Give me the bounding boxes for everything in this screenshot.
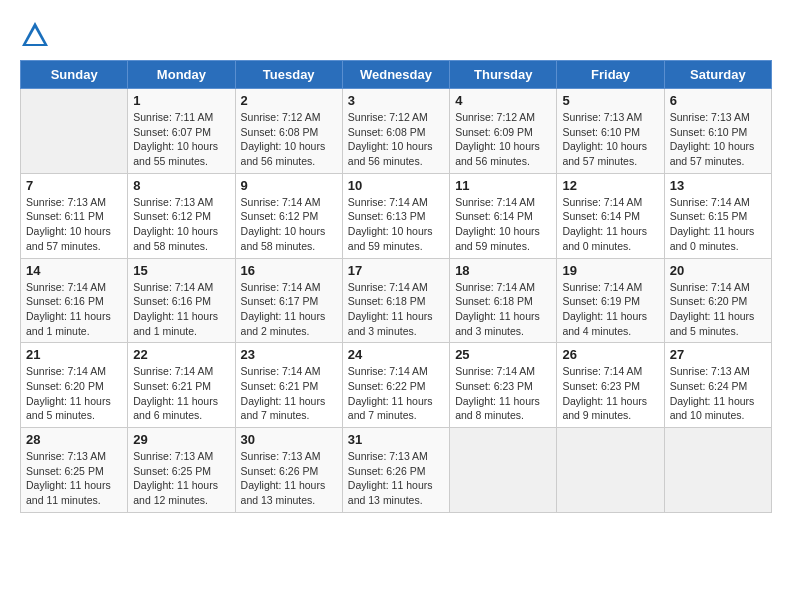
logo [20,20,52,50]
calendar-week-row: 28 Sunrise: 7:13 AM Sunset: 6:25 PM Dayl… [21,428,772,513]
weekday-wednesday: Wednesday [342,61,449,89]
sunset-text: Sunset: 6:15 PM [670,210,748,222]
sunset-text: Sunset: 6:16 PM [26,295,104,307]
calendar-day-cell: 27 Sunrise: 7:13 AM Sunset: 6:24 PM Dayl… [664,343,771,428]
day-number: 16 [241,263,337,278]
calendar-day-cell: 1 Sunrise: 7:11 AM Sunset: 6:07 PM Dayli… [128,89,235,174]
sunset-text: Sunset: 6:11 PM [26,210,104,222]
sunset-text: Sunset: 6:20 PM [670,295,748,307]
calendar-day-cell [557,428,664,513]
daylight-text: Daylight: 11 hours and 1 minute. [26,310,111,337]
calendar-week-row: 7 Sunrise: 7:13 AM Sunset: 6:11 PM Dayli… [21,173,772,258]
calendar-day-cell: 12 Sunrise: 7:14 AM Sunset: 6:14 PM Dayl… [557,173,664,258]
daylight-text: Daylight: 11 hours and 0 minutes. [562,225,647,252]
daylight-text: Daylight: 11 hours and 3 minutes. [348,310,433,337]
sunset-text: Sunset: 6:26 PM [241,465,319,477]
calendar-day-cell [450,428,557,513]
day-number: 1 [133,93,229,108]
calendar-day-cell: 22 Sunrise: 7:14 AM Sunset: 6:21 PM Dayl… [128,343,235,428]
day-number: 5 [562,93,658,108]
daylight-text: Daylight: 11 hours and 9 minutes. [562,395,647,422]
daylight-text: Daylight: 11 hours and 0 minutes. [670,225,755,252]
sunset-text: Sunset: 6:16 PM [133,295,211,307]
weekday-row: SundayMondayTuesdayWednesdayThursdayFrid… [21,61,772,89]
calendar-day-cell: 19 Sunrise: 7:14 AM Sunset: 6:19 PM Dayl… [557,258,664,343]
sunrise-text: Sunrise: 7:14 AM [348,196,428,208]
daylight-text: Daylight: 10 hours and 56 minutes. [455,140,540,167]
sunrise-text: Sunrise: 7:13 AM [562,111,642,123]
calendar-day-cell: 13 Sunrise: 7:14 AM Sunset: 6:15 PM Dayl… [664,173,771,258]
day-number: 9 [241,178,337,193]
calendar-day-cell: 23 Sunrise: 7:14 AM Sunset: 6:21 PM Dayl… [235,343,342,428]
day-info: Sunrise: 7:14 AM Sunset: 6:14 PM Dayligh… [455,195,551,254]
day-info: Sunrise: 7:13 AM Sunset: 6:24 PM Dayligh… [670,364,766,423]
calendar-day-cell: 8 Sunrise: 7:13 AM Sunset: 6:12 PM Dayli… [128,173,235,258]
calendar-day-cell: 9 Sunrise: 7:14 AM Sunset: 6:12 PM Dayli… [235,173,342,258]
sunset-text: Sunset: 6:10 PM [670,126,748,138]
sunset-text: Sunset: 6:22 PM [348,380,426,392]
sunrise-text: Sunrise: 7:14 AM [670,281,750,293]
day-info: Sunrise: 7:14 AM Sunset: 6:20 PM Dayligh… [26,364,122,423]
calendar-day-cell: 28 Sunrise: 7:13 AM Sunset: 6:25 PM Dayl… [21,428,128,513]
calendar-day-cell: 2 Sunrise: 7:12 AM Sunset: 6:08 PM Dayli… [235,89,342,174]
day-number: 21 [26,347,122,362]
weekday-saturday: Saturday [664,61,771,89]
day-number: 14 [26,263,122,278]
sunset-text: Sunset: 6:08 PM [348,126,426,138]
daylight-text: Daylight: 10 hours and 57 minutes. [26,225,111,252]
day-number: 17 [348,263,444,278]
day-info: Sunrise: 7:14 AM Sunset: 6:14 PM Dayligh… [562,195,658,254]
calendar-week-row: 21 Sunrise: 7:14 AM Sunset: 6:20 PM Dayl… [21,343,772,428]
day-number: 22 [133,347,229,362]
calendar-week-row: 14 Sunrise: 7:14 AM Sunset: 6:16 PM Dayl… [21,258,772,343]
day-info: Sunrise: 7:12 AM Sunset: 6:08 PM Dayligh… [348,110,444,169]
sunset-text: Sunset: 6:13 PM [348,210,426,222]
sunrise-text: Sunrise: 7:14 AM [348,281,428,293]
day-number: 30 [241,432,337,447]
weekday-friday: Friday [557,61,664,89]
calendar-day-cell: 14 Sunrise: 7:14 AM Sunset: 6:16 PM Dayl… [21,258,128,343]
sunrise-text: Sunrise: 7:13 AM [133,450,213,462]
sunset-text: Sunset: 6:21 PM [241,380,319,392]
daylight-text: Daylight: 11 hours and 5 minutes. [26,395,111,422]
day-number: 11 [455,178,551,193]
daylight-text: Daylight: 11 hours and 6 minutes. [133,395,218,422]
calendar-day-cell [664,428,771,513]
calendar-day-cell: 24 Sunrise: 7:14 AM Sunset: 6:22 PM Dayl… [342,343,449,428]
calendar-day-cell: 25 Sunrise: 7:14 AM Sunset: 6:23 PM Dayl… [450,343,557,428]
daylight-text: Daylight: 10 hours and 56 minutes. [348,140,433,167]
sunrise-text: Sunrise: 7:12 AM [348,111,428,123]
sunrise-text: Sunrise: 7:13 AM [348,450,428,462]
weekday-monday: Monday [128,61,235,89]
sunrise-text: Sunrise: 7:14 AM [670,196,750,208]
sunrise-text: Sunrise: 7:12 AM [241,111,321,123]
day-info: Sunrise: 7:14 AM Sunset: 6:23 PM Dayligh… [455,364,551,423]
sunrise-text: Sunrise: 7:13 AM [26,196,106,208]
day-number: 4 [455,93,551,108]
sunset-text: Sunset: 6:14 PM [562,210,640,222]
weekday-thursday: Thursday [450,61,557,89]
day-info: Sunrise: 7:14 AM Sunset: 6:16 PM Dayligh… [133,280,229,339]
sunrise-text: Sunrise: 7:13 AM [670,365,750,377]
weekday-sunday: Sunday [21,61,128,89]
day-info: Sunrise: 7:13 AM Sunset: 6:25 PM Dayligh… [26,449,122,508]
daylight-text: Daylight: 11 hours and 7 minutes. [241,395,326,422]
day-info: Sunrise: 7:12 AM Sunset: 6:09 PM Dayligh… [455,110,551,169]
sunset-text: Sunset: 6:24 PM [670,380,748,392]
day-number: 6 [670,93,766,108]
day-info: Sunrise: 7:14 AM Sunset: 6:16 PM Dayligh… [26,280,122,339]
day-number: 27 [670,347,766,362]
day-info: Sunrise: 7:13 AM Sunset: 6:26 PM Dayligh… [348,449,444,508]
day-number: 2 [241,93,337,108]
daylight-text: Daylight: 11 hours and 12 minutes. [133,479,218,506]
daylight-text: Daylight: 11 hours and 7 minutes. [348,395,433,422]
day-number: 15 [133,263,229,278]
day-number: 28 [26,432,122,447]
day-number: 25 [455,347,551,362]
calendar-day-cell: 6 Sunrise: 7:13 AM Sunset: 6:10 PM Dayli… [664,89,771,174]
day-info: Sunrise: 7:14 AM Sunset: 6:21 PM Dayligh… [241,364,337,423]
calendar-day-cell: 7 Sunrise: 7:13 AM Sunset: 6:11 PM Dayli… [21,173,128,258]
day-info: Sunrise: 7:13 AM Sunset: 6:10 PM Dayligh… [670,110,766,169]
day-info: Sunrise: 7:14 AM Sunset: 6:23 PM Dayligh… [562,364,658,423]
calendar-day-cell: 10 Sunrise: 7:14 AM Sunset: 6:13 PM Dayl… [342,173,449,258]
